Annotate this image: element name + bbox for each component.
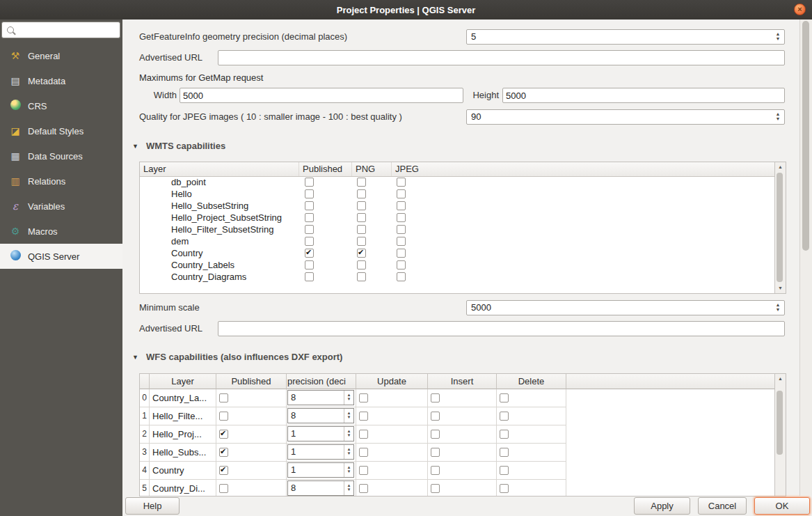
table-row[interactable]: Hello_Project_SubsetString: [140, 212, 775, 224]
update-checkbox[interactable]: [359, 484, 368, 493]
published-checkbox[interactable]: [305, 189, 314, 198]
png-checkbox[interactable]: [357, 225, 366, 234]
layer-name-cell[interactable]: Hello_Proj...: [150, 425, 216, 444]
precision-spinbox[interactable]: 8▲▼: [287, 390, 354, 405]
update-checkbox[interactable]: [359, 393, 368, 402]
width-input[interactable]: [180, 88, 463, 103]
sidebar-item-data-sources[interactable]: ▦ Data Sources: [0, 143, 122, 169]
published-checkbox[interactable]: [219, 484, 228, 493]
precision-spinbox[interactable]: 8▲▼: [287, 408, 354, 423]
layer-name-cell[interactable]: Country_Di...: [150, 480, 216, 497]
delete-checkbox[interactable]: [500, 484, 509, 493]
spin-down-icon[interactable]: ▼: [776, 117, 781, 122]
scrollbar-handle[interactable]: [777, 173, 783, 282]
sidebar-item-general[interactable]: ⚒ General: [0, 43, 122, 68]
spin-down-icon[interactable]: ▼: [347, 470, 351, 474]
precision-spinbox[interactable]: 8▲▼: [287, 480, 354, 496]
spinner-arrows[interactable]: ▲▼: [773, 30, 783, 44]
collapse-triangle-icon[interactable]: ▼: [132, 352, 138, 363]
published-checkbox[interactable]: [305, 237, 314, 246]
sidebar-item-qgis-server[interactable]: QGIS Server: [0, 244, 122, 269]
published-checkbox[interactable]: [219, 430, 228, 439]
main-scrollbar[interactable]: [799, 19, 812, 496]
geometry-precision-spinbox[interactable]: 5 ▲▼: [466, 29, 785, 45]
spinner-arrows[interactable]: ▲▼: [344, 463, 353, 477]
precision-spinbox[interactable]: 1▲▼: [287, 426, 354, 441]
png-checkbox[interactable]: [357, 189, 366, 198]
scrollbar-handle[interactable]: [777, 391, 783, 455]
layer-name-cell[interactable]: Country_La...: [150, 389, 216, 407]
sidebar-item-metadata[interactable]: ▤ Metadata: [0, 68, 122, 93]
scroll-down-icon[interactable]: ▼: [775, 283, 786, 293]
ok-button[interactable]: OK: [754, 497, 810, 515]
jpeg-checkbox[interactable]: [397, 272, 406, 281]
png-checkbox[interactable]: [357, 272, 366, 281]
delete-checkbox[interactable]: [500, 430, 509, 439]
table-row[interactable]: Country_Diagrams: [140, 271, 775, 283]
sidebar-item-default-styles[interactable]: ◪ Default Styles: [0, 118, 122, 143]
published-checkbox[interactable]: [305, 213, 314, 222]
png-checkbox[interactable]: [357, 260, 366, 269]
published-checkbox[interactable]: [219, 466, 228, 475]
png-checkbox[interactable]: [357, 201, 366, 210]
jpeg-checkbox[interactable]: [397, 249, 406, 258]
jpeg-checkbox[interactable]: [397, 178, 406, 187]
search-input[interactable]: [16, 23, 120, 38]
insert-checkbox[interactable]: [431, 466, 440, 475]
table-row[interactable]: Country_Labels: [140, 259, 775, 271]
sidebar-item-variables[interactable]: ε Variables: [0, 194, 122, 219]
update-checkbox[interactable]: [359, 412, 368, 421]
update-checkbox[interactable]: [359, 448, 368, 457]
advertised-url-input[interactable]: [218, 321, 785, 336]
sidebar-item-relations[interactable]: ▥ Relations: [0, 169, 122, 194]
layer-name-cell[interactable]: Hello_Filte...: [150, 407, 216, 425]
png-checkbox[interactable]: [357, 237, 366, 246]
spinner-arrows[interactable]: ▲▼: [773, 301, 783, 315]
jpeg-checkbox[interactable]: [397, 189, 406, 198]
table-row[interactable]: dem: [140, 235, 775, 247]
jpeg-checkbox[interactable]: [397, 213, 406, 222]
spinner-arrows[interactable]: ▲▼: [773, 110, 783, 124]
published-checkbox[interactable]: [219, 448, 228, 457]
apply-button[interactable]: Apply: [634, 497, 690, 515]
spin-down-icon[interactable]: ▼: [347, 452, 351, 456]
table-row[interactable]: Hello_Filter_SubsetString: [140, 224, 775, 235]
titlebar[interactable]: Project Properties | QGIS Server ×: [0, 0, 812, 19]
scroll-up-icon[interactable]: ▲: [775, 374, 786, 384]
precision-spinbox[interactable]: 1▲▼: [287, 444, 354, 460]
insert-checkbox[interactable]: [431, 393, 440, 402]
insert-checkbox[interactable]: [431, 448, 440, 457]
jpeg-checkbox[interactable]: [397, 201, 406, 210]
scrollbar-handle[interactable]: [802, 21, 809, 251]
spin-down-icon[interactable]: ▼: [347, 434, 351, 438]
spinner-arrows[interactable]: ▲▼: [344, 445, 353, 459]
sidebar-item-crs[interactable]: CRS: [0, 93, 122, 118]
spinner-arrows[interactable]: ▲▼: [344, 409, 353, 423]
height-input[interactable]: [502, 88, 785, 103]
update-checkbox[interactable]: [359, 466, 368, 475]
delete-checkbox[interactable]: [500, 448, 509, 457]
minimum-scale-spinbox[interactable]: 5000 ▲▼: [466, 300, 785, 315]
spin-down-icon[interactable]: ▼: [776, 37, 781, 42]
delete-checkbox[interactable]: [500, 393, 509, 402]
jpeg-checkbox[interactable]: [397, 237, 406, 246]
wmts-scrollbar[interactable]: ▲ ▼: [774, 162, 786, 293]
published-checkbox[interactable]: [305, 260, 314, 269]
help-button[interactable]: Help: [125, 497, 180, 515]
spinner-arrows[interactable]: ▲▼: [344, 391, 353, 405]
jpeg-quality-spinbox[interactable]: 90 ▲▼: [466, 109, 785, 125]
layer-name-cell[interactable]: Country: [150, 462, 216, 480]
insert-checkbox[interactable]: [431, 430, 440, 439]
layer-name-cell[interactable]: Hello_Subs...: [150, 444, 216, 462]
insert-checkbox[interactable]: [431, 412, 440, 421]
published-checkbox[interactable]: [219, 393, 228, 402]
delete-checkbox[interactable]: [500, 466, 509, 475]
spin-down-icon[interactable]: ▼: [776, 308, 781, 313]
cancel-button[interactable]: Cancel: [698, 497, 747, 515]
precision-spinbox[interactable]: 1▲▼: [287, 462, 354, 478]
published-checkbox[interactable]: [219, 412, 228, 421]
png-checkbox[interactable]: [357, 249, 366, 258]
advertised-url-input[interactable]: [218, 50, 785, 65]
png-checkbox[interactable]: [357, 213, 366, 222]
jpeg-checkbox[interactable]: [397, 260, 406, 269]
